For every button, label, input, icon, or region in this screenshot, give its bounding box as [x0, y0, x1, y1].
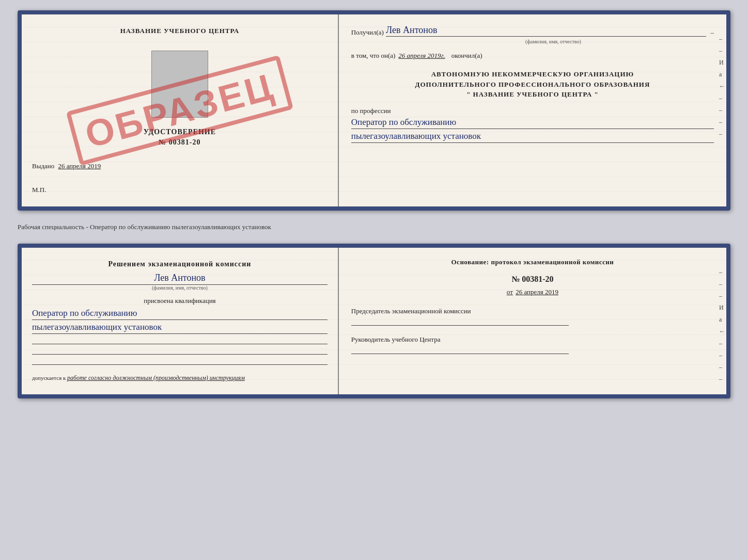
ot-date-value: 26 апреля 2019 [516, 288, 558, 296]
prof-line1: Оператор по обслуживанию [351, 117, 714, 129]
vydano-date: 26 апреля 2019 [58, 162, 101, 170]
bottom-document: Решением экзаменационной комиссии Лев Ан… [18, 244, 730, 398]
dash-separator: – [710, 28, 714, 37]
separator-text: Рабочая специальность - Оператор по обсл… [18, 219, 730, 235]
top-doc-right: Получил(а) Лев Антонов – (фамилия, имя, … [339, 14, 726, 206]
poluchil-row: Получил(а) Лев Антонов – [351, 25, 714, 37]
ot-label: от [507, 288, 513, 296]
poluchil-name: Лев Антонов [386, 25, 707, 37]
top-left-title: НАЗВАНИЕ УЧЕБНОГО ЦЕНТРА [32, 27, 328, 35]
org-line2: ДОПОЛНИТЕЛЬНОГО ПРОФЕССИОНАЛЬНОГО ОБРАЗО… [351, 79, 714, 90]
vydano-line: Выдано 26 апреля 2019 [32, 162, 328, 170]
vtom-label: в том, что он(а) [351, 52, 396, 60]
top-doc-left: НАЗВАНИЕ УЧЕБНОГО ЦЕНТРА УДОСТОВЕРЕНИЕ №… [22, 14, 339, 206]
mp-line: М.П. [32, 186, 328, 194]
empty-line-3 [32, 357, 328, 365]
vtom-row: в том, что он(а) 26 апреля 2019г. окончи… [351, 52, 714, 60]
predsedatel-label: Председатель экзаменационной комиссии [351, 307, 714, 316]
okonchil-label: окончил(а) [451, 52, 482, 60]
bottom-fio-hint: (фамилия, имя, отчество) [32, 284, 328, 291]
org-line3: " НАЗВАНИЕ УЧЕБНОГО ЦЕНТРА " [351, 89, 714, 100]
predsedatel-block: Председатель экзаменационной комиссии [351, 307, 714, 326]
osnov-label: Основание: протокол экзаменационной коми… [351, 258, 714, 266]
poluchil-label: Получил(а) [351, 28, 384, 37]
udostoverenie-title: УДОСТОВЕРЕНИЕ [32, 128, 328, 136]
empty-line-2 [32, 346, 328, 355]
rukovoditel-label: Руководитель учебного Центра [351, 335, 714, 344]
prisvoena-label: присвоена квалификация [32, 297, 328, 305]
empty-line-1 [32, 336, 328, 344]
org-line1: АВТОНОМНУЮ НЕКОММЕРЧЕСКУЮ ОРГАНИЗАЦИЮ [351, 69, 714, 79]
bottom-doc-right: Основание: протокол экзаменационной коми… [339, 248, 726, 394]
rukovoditel-block: Руководитель учебного Центра [351, 335, 714, 354]
vydano-label: Выдано [32, 162, 54, 170]
org-block: АВТОНОМНУЮ НЕКОММЕРЧЕСКУЮ ОРГАНИЗАЦИЮ ДО… [351, 69, 714, 100]
resheniem-label: Решением экзаменационной комиссии [32, 260, 328, 268]
vtom-date: 26 апреля 2019г. [398, 52, 445, 60]
bottom-right-side-marks: – – – И а ← – – – – [719, 268, 725, 383]
po-professii-label: по профессии [351, 107, 714, 115]
dopuskaetsya-block: допускается к работе согласно должностны… [32, 374, 328, 382]
top-document: НАЗВАНИЕ УЧЕБНОГО ЦЕНТРА УДОСТОВЕРЕНИЕ №… [18, 10, 730, 211]
photo-placeholder [151, 51, 208, 118]
prof-line2: пылегазоулавливающих установок [351, 131, 714, 143]
dopuskaetsya-text: работе согласно должностным (производств… [67, 374, 245, 381]
kval-line2: пылегазоулавливающих установок [32, 322, 328, 334]
dopuskaetsya-label: допускается к [32, 375, 66, 381]
kval-line1: Оператор по обслуживанию [32, 308, 328, 320]
protocol-num: № 00381-20 [351, 275, 714, 284]
bottom-name: Лев Антонов [32, 273, 328, 283]
udostoverenie-num: № 00381-20 [32, 138, 328, 147]
right-side-marks: – – И а ← – – – – [719, 35, 725, 138]
rukovoditel-signature-line [351, 354, 569, 354]
ot-date: от 26 апреля 2019 [351, 288, 714, 296]
fio-hint-top: (фамилия, имя, отчество) [393, 39, 714, 44]
predsedatel-signature-line [351, 325, 569, 326]
bottom-doc-left: Решением экзаменационной комиссии Лев Ан… [22, 248, 339, 394]
